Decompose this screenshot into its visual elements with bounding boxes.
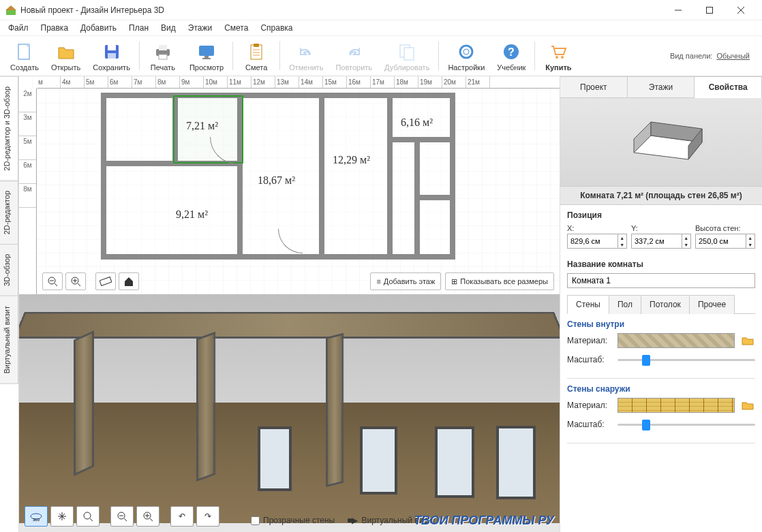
orbit-button[interactable]: 360 [25, 506, 48, 527]
redo-button[interactable]: Повторить [329, 37, 378, 75]
room-name-input[interactable] [567, 273, 755, 288]
subtab-walls[interactable]: Стены [567, 295, 609, 314]
menu-floors[interactable]: Этажи [183, 22, 217, 34]
zoom-3d-button[interactable] [76, 506, 100, 527]
save-button[interactable]: Сохранить [87, 37, 136, 75]
inner-material-browse[interactable] [740, 333, 755, 348]
buy-button[interactable]: Купить [538, 37, 579, 75]
plan-2d-viewport[interactable]: м4м5м6м7м8м9м10м11м12м13м14м15м16м17м18м… [19, 76, 560, 294]
preview-button[interactable]: Просмотр [183, 37, 230, 75]
dimensions-icon: ⊞ [451, 277, 457, 286]
svg-point-29 [561, 56, 564, 59]
outer-material-swatch[interactable] [618, 398, 735, 413]
walls-inner-group: Стены внутри Материал: Масштаб: [567, 319, 755, 379]
svg-line-31 [55, 283, 57, 286]
left-tabs: 2D-редактор и 3D-обзор 2D-редактор 3D-об… [0, 76, 19, 532]
position-x-input[interactable]: ▲▼ [567, 234, 627, 249]
svg-rect-12 [159, 45, 167, 50]
open-button[interactable]: Открыть [45, 37, 87, 75]
property-subtabs: Стены Пол Потолок Прочее [567, 295, 755, 314]
walls-outer-group: Стены снаружи Материал: Масштаб: [567, 384, 755, 443]
menu-edit[interactable]: Правка [35, 22, 74, 34]
undo-button[interactable]: Отменить [283, 37, 329, 75]
inner-scale-slider[interactable] [618, 352, 755, 367]
room-area-3: 12,29 м² [333, 154, 370, 166]
undo-icon [295, 41, 317, 63]
menu-help[interactable]: Справка [255, 22, 298, 34]
new-file-icon [14, 41, 35, 63]
menu-estimate[interactable]: Смета [219, 22, 254, 34]
estimate-button[interactable]: Смета [236, 37, 277, 75]
floorplan[interactable]: 7,21 м² 18,67 м² 12,29 м² 6,16 м² 9,21 м… [101, 93, 455, 260]
svg-rect-23 [404, 48, 414, 60]
view-3d-viewport[interactable]: 360 ↶ ↷ Прозрачные стены ■▶Виртуальный в… [19, 294, 560, 532]
zoom-out-3d-button[interactable] [110, 506, 134, 527]
svg-rect-0 [6, 10, 16, 15]
redo-3d-button[interactable]: ↷ [196, 506, 219, 527]
svg-rect-14 [199, 46, 214, 56]
menu-plan[interactable]: План [123, 22, 154, 34]
tab-virtual-tour[interactable]: Виртуальный визит [0, 296, 18, 384]
svg-rect-10 [108, 53, 116, 59]
tab-2d-3d-combo[interactable]: 2D-редактор и 3D-обзор [0, 76, 18, 181]
tab-2d-editor[interactable]: 2D-редактор [0, 181, 18, 245]
panel-mode: Вид панели: Обычный [670, 52, 758, 60]
show-dimensions-button[interactable]: ⊞Показывать все размеры [445, 272, 554, 290]
menu-view[interactable]: Вид [155, 22, 181, 34]
settings-button[interactable]: Настройки [442, 37, 491, 75]
room-area-5: 9,21 м² [176, 208, 208, 221]
minimize-button[interactable] [662, 0, 694, 20]
create-button[interactable]: Создать [4, 37, 45, 75]
view3d-tools: 360 ↶ ↷ [25, 506, 219, 527]
duplicate-button[interactable]: Дублировать [378, 37, 436, 75]
plan-actions: ≡Добавить этаж ⊞Показывать все размеры [370, 272, 554, 290]
layers-icon: ≡ [376, 277, 380, 285]
add-floor-button[interactable]: ≡Добавить этаж [370, 272, 441, 290]
view3d-options: Прозрачные стены ■▶Виртуальный визит [251, 516, 436, 525]
subtab-other[interactable]: Прочее [689, 295, 735, 314]
subtab-ceiling[interactable]: Потолок [641, 295, 690, 314]
zoom-in-button[interactable] [65, 272, 86, 290]
measure-button[interactable] [95, 272, 116, 290]
svg-marker-1 [5, 5, 16, 10]
tutorial-button[interactable]: ? Учебник [491, 37, 532, 75]
svg-line-42 [90, 518, 93, 521]
close-button[interactable] [725, 0, 757, 20]
svg-rect-15 [204, 56, 209, 58]
tab-floors[interactable]: Этажи [628, 76, 695, 98]
printer-icon [152, 41, 174, 63]
svg-rect-16 [202, 58, 211, 59]
inner-material-swatch[interactable] [618, 333, 735, 348]
menu-file[interactable]: Файл [3, 22, 34, 34]
svg-point-41 [84, 512, 91, 519]
tab-project[interactable]: Проект [560, 76, 628, 98]
outer-scale-slider[interactable] [618, 417, 755, 432]
undo-3d-button[interactable]: ↶ [170, 506, 194, 527]
svg-point-28 [555, 56, 558, 59]
tab-properties[interactable]: Свойства [695, 76, 762, 98]
outer-material-browse[interactable] [740, 398, 755, 413]
duplicate-icon [396, 41, 418, 63]
ruler-vertical: 2м3м5м6м8м [19, 89, 37, 294]
transparent-walls-checkbox[interactable]: Прозрачные стены [251, 516, 335, 525]
camera-icon: ■▶ [347, 516, 358, 525]
gear-icon [455, 41, 477, 63]
help-icon: ? [500, 41, 522, 63]
svg-marker-38 [125, 277, 133, 286]
maximize-button[interactable] [694, 0, 725, 20]
pan-button[interactable] [50, 506, 74, 527]
wall-height-input[interactable]: ▲▼ [695, 234, 755, 249]
menu-add[interactable]: Добавить [75, 22, 122, 34]
position-y-input[interactable]: ▲▼ [631, 234, 691, 249]
svg-line-34 [78, 283, 80, 286]
zoom-in-3d-button[interactable] [136, 506, 159, 527]
print-button[interactable]: Печать [142, 37, 183, 75]
zoom-out-button[interactable] [42, 272, 63, 290]
watermark: ТВОИ ПРОГРАММЫ РУ [414, 514, 554, 528]
subtab-floor[interactable]: Пол [609, 295, 641, 314]
ruler-horizontal: м4м5м6м7м8м9м10м11м12м13м14м15м16м17м18м… [37, 76, 560, 89]
home-button[interactable] [119, 272, 139, 290]
room-info-title: Комната 7,21 м² (площадь стен 26,85 м²) [560, 187, 762, 205]
tab-3d-view[interactable]: 3D-обзор [0, 244, 18, 296]
panel-mode-link[interactable]: Обычный [716, 52, 750, 60]
